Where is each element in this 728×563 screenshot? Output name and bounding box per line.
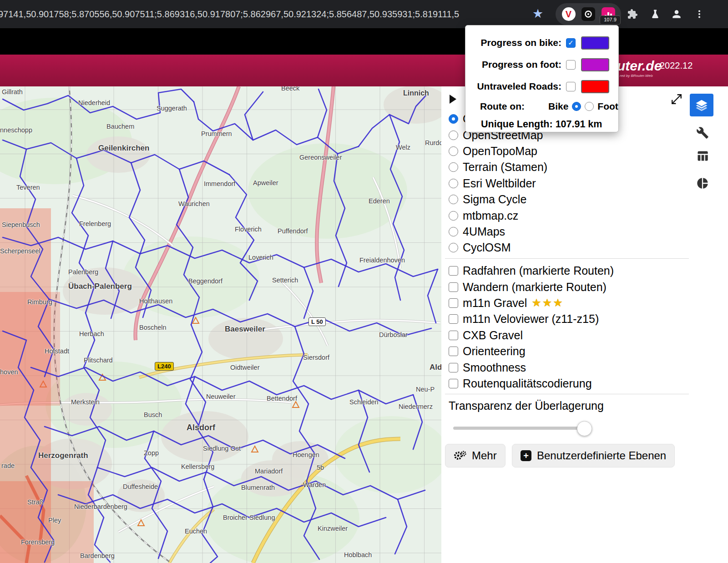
map-place-label: Freialdenhoven [359, 256, 405, 264]
overlay-layer-item[interactable]: CXB Gravel [449, 327, 614, 343]
route-on-bike-label: Bike [548, 101, 568, 112]
overlay-layer-item[interactable]: m11n Gravel★★★ [449, 295, 614, 311]
layer-color-swatch[interactable] [581, 58, 609, 71]
address-bar[interactable]: 97141,50.901758;5.870556,50.907511;5.869… [0, 0, 526, 28]
base-layer-radio[interactable] [449, 146, 458, 156]
panel-collapse-arrow[interactable] [450, 95, 456, 104]
map-place-label: Suggerath [157, 105, 187, 112]
map-place-label: Immendorf [204, 180, 235, 187]
extension-target-icon[interactable] [581, 7, 595, 21]
expand-map-button[interactable] [670, 92, 683, 106]
map-place-label: Plitschard [84, 357, 113, 364]
overlay-checkbox[interactable] [449, 314, 458, 324]
base-layer-item[interactable]: Terrain (Stamen) [449, 159, 547, 175]
layer-color-swatch[interactable] [581, 36, 609, 50]
base-layer-radio[interactable] [449, 227, 458, 236]
base-layer-label: CyclOSM [463, 241, 511, 254]
map-place-label: rade [1, 462, 15, 469]
map-place-label: Apweiler [253, 179, 278, 186]
overlay-layer-item[interactable]: m11n Veloviewer (z11-z15) [449, 311, 614, 327]
more-button[interactable]: Mehr [445, 444, 506, 467]
overlay-checkbox[interactable] [449, 282, 458, 292]
map-place-label: Dürboslar [379, 331, 408, 338]
bookmark-star-icon[interactable]: ★ [532, 8, 543, 20]
overlay-checkbox[interactable] [449, 266, 458, 276]
popup-layer-checkbox[interactable] [566, 82, 576, 91]
road-ref-badge: L 50 [308, 317, 326, 326]
map-place-label: Merkstein [71, 398, 100, 406]
custom-layers-button[interactable]: + Benutzerdefinierte Ebenen [512, 444, 675, 467]
map-place-label: Boscheln [139, 324, 167, 331]
expand-arrows-icon [671, 93, 682, 105]
unique-length-row: Unique Length: 107.91 km [465, 116, 618, 133]
overlay-checkbox[interactable] [449, 331, 458, 340]
base-layer-item[interactable]: CyclOSM [449, 240, 547, 256]
overlay-layer-item[interactable]: Smoothness [449, 359, 614, 375]
transparency-slider[interactable] [453, 427, 588, 430]
base-layer-radio[interactable] [449, 211, 458, 221]
overlay-label: Wandern (markierte Routen) [463, 281, 607, 294]
overlay-label: m11n Gravel [463, 297, 527, 310]
extensions-puzzle-icon[interactable] [625, 6, 640, 22]
gears-icon [454, 451, 466, 461]
map-place-label: Euchen [185, 528, 207, 535]
map-place-label: Siedlung Ost [203, 445, 241, 452]
base-layer-radio[interactable] [449, 243, 458, 252]
base-layer-radio[interactable] [449, 195, 458, 204]
statistics-button[interactable] [693, 174, 712, 192]
flask-icon[interactable] [647, 6, 663, 22]
map-place-label: Oidtweiler [230, 364, 259, 371]
browser-menu-icon[interactable] [692, 6, 707, 22]
popup-rows: Progress on bike:✓Progress on foot:Untra… [465, 32, 618, 97]
map-place-label: Zopp [144, 449, 159, 457]
base-layer-item[interactable]: OpenTopoMap [449, 143, 547, 159]
base-layer-item[interactable]: mtbmap.cz [449, 207, 547, 223]
overlay-layer-item[interactable]: Orienteering [449, 343, 614, 359]
base-layer-radio[interactable] [449, 131, 458, 140]
map-place-label: Hoengen [293, 451, 319, 458]
base-layer-label: Terrain (Stamen) [463, 161, 547, 174]
profile-icon[interactable] [669, 6, 684, 22]
base-layer-radio[interactable] [449, 162, 458, 172]
map-place-label: Warden [303, 481, 326, 488]
layer-color-swatch[interactable] [581, 80, 609, 93]
app-logo[interactable]: uter.de [617, 58, 662, 74]
map-place-label: Scherpenseel [0, 247, 40, 255]
star-rating: ★★★ [531, 297, 564, 309]
data-table-button[interactable] [693, 147, 712, 165]
map-canvas[interactable]: GillrathNiederheidBeeckLinnichSuggerathB… [0, 86, 441, 563]
overlay-label: m11n Veloviewer (z11-z15) [463, 312, 599, 326]
app-header: uter.de red by BRouter-Web 2022.12 [0, 55, 728, 86]
base-layer-radio[interactable] [449, 114, 458, 124]
popup-layer-checkbox[interactable]: ✓ [566, 38, 576, 48]
base-layer-item[interactable]: 4UMaps [449, 224, 547, 240]
slider-thumb[interactable] [577, 421, 592, 436]
map-place-label: Gereonsweiler [299, 154, 342, 161]
overlay-checkbox[interactable] [449, 298, 458, 308]
map-place-label: Baesweiler [225, 325, 265, 334]
overlay-layer-item[interactable]: Radfahren (markierte Routen) [449, 263, 614, 279]
overlay-checkbox[interactable] [449, 347, 458, 356]
route-on-bike-radio[interactable] [572, 102, 581, 111]
map-place-label: Siersdorf [303, 354, 329, 361]
base-layer-item[interactable]: Esri Weltbilder [449, 176, 547, 191]
overlay-checkbox[interactable] [449, 363, 458, 372]
profiles-button[interactable] [693, 124, 712, 142]
layers-toggle-button[interactable] [690, 94, 713, 116]
map-place-label: Broicher Siedlung [223, 514, 275, 521]
base-layer-radio[interactable] [449, 179, 458, 188]
popup-layer-checkbox[interactable] [566, 60, 576, 70]
extension-v-icon[interactable]: V [562, 7, 576, 21]
route-on-row: Route on: Bike Foot [465, 97, 618, 116]
overlay-layer-item[interactable]: Routenqualitätscodierung [449, 376, 614, 392]
map-place-label: Duffesheide [123, 483, 158, 490]
plus-icon: + [521, 450, 531, 461]
overlay-layer-item[interactable]: Wandern (markierte Routen) [449, 279, 614, 295]
map-place-label: Bardenberg [80, 552, 115, 559]
layers-icon [695, 98, 708, 112]
overlay-checkbox[interactable] [449, 379, 458, 388]
base-layer-item[interactable]: Sigma Cycle [449, 191, 547, 207]
map-place-label: Holthausen [139, 297, 172, 305]
map-place-label: Niederheid [78, 99, 110, 106]
route-on-foot-radio[interactable] [585, 102, 594, 111]
